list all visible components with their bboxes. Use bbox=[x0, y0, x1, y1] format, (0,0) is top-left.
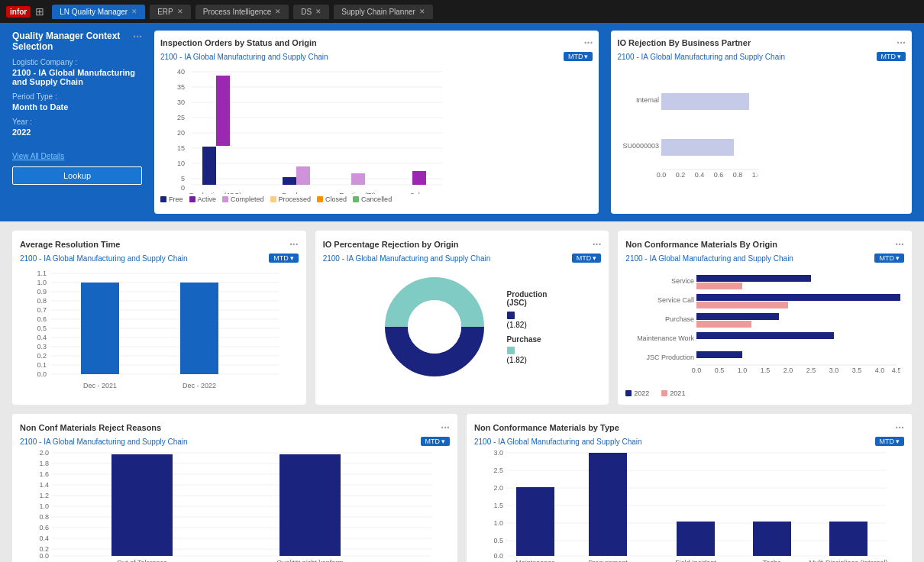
svg-text:Sales: Sales bbox=[410, 192, 428, 194]
non-conf-materials-menu[interactable]: ··· bbox=[895, 238, 904, 250]
tab-erp[interactable]: ERP ✕ bbox=[150, 5, 191, 19]
svg-text:0.8: 0.8 bbox=[37, 297, 47, 305]
avg-resolution-subtitle: 2100 - IA Global Manufacturing and Suppl… bbox=[20, 254, 188, 263]
svg-text:4.5: 4.5 bbox=[892, 367, 900, 374]
svg-text:1.5: 1.5 bbox=[761, 367, 771, 374]
logistic-company-label: Logistic Company : bbox=[12, 58, 142, 66]
svg-rect-134 bbox=[516, 487, 554, 556]
non-conf-type-mtd[interactable]: MTD ▾ bbox=[875, 437, 905, 446]
io-rejection-mtd[interactable]: MTD ▾ bbox=[877, 52, 906, 61]
close-icon[interactable]: ✕ bbox=[131, 8, 137, 15]
svg-text:0.5: 0.5 bbox=[37, 325, 47, 332]
svg-text:1.0: 1.0 bbox=[752, 171, 758, 179]
io-rejection-chart: Internal SU0000003 0.0 0.2 0.4 0.6 0.8 1… bbox=[617, 64, 758, 202]
non-conf-chart: Service Service Call Purchase Maintenanc… bbox=[625, 266, 900, 388]
svg-rect-140 bbox=[753, 522, 791, 556]
avg-resolution-title: Average Resolution Time bbox=[20, 240, 120, 249]
io-percentage-menu[interactable]: ··· bbox=[593, 238, 602, 250]
svg-text:0.6: 0.6 bbox=[39, 524, 49, 531]
svg-text:35: 35 bbox=[177, 83, 185, 91]
svg-rect-77 bbox=[696, 313, 779, 320]
svg-text:Purchase: Purchase bbox=[282, 192, 311, 194]
inspection-legend: Free Active Completed Processed Closed C… bbox=[160, 195, 593, 203]
io-percentage-content: Production(JSC) (1.82) Purchase (1.82) bbox=[323, 266, 602, 388]
reject-reasons-panel: Non Conf Materials Reject Reasons ··· 21… bbox=[12, 414, 457, 562]
svg-text:0.2: 0.2 bbox=[676, 171, 686, 179]
svg-text:0.4: 0.4 bbox=[37, 334, 47, 341]
non-conf-type-subtitle: 2100 - IA Global Manufacturing and Suppl… bbox=[474, 438, 642, 446]
svg-text:1.2: 1.2 bbox=[39, 492, 49, 499]
svg-text:0.0: 0.0 bbox=[692, 367, 702, 374]
logistic-company-value: 2100 - IA Global Manufacturing and Suppl… bbox=[12, 68, 142, 86]
view-all-link[interactable]: View All Details bbox=[12, 152, 142, 160]
svg-text:1.5: 1.5 bbox=[493, 502, 503, 509]
non-conf-materials-subtitle: 2100 - IA Global Manufacturing and Suppl… bbox=[625, 254, 793, 263]
lookup-button[interactable]: Lookup bbox=[12, 166, 142, 185]
reject-reasons-mtd[interactable]: MTD ▾ bbox=[421, 437, 451, 446]
io-percentage-mtd[interactable]: MTD ▾ bbox=[572, 254, 602, 263]
avg-resolution-panel: Average Resolution Time ··· 2100 - IA Gl… bbox=[12, 231, 306, 405]
tab-ln-quality[interactable]: LN Quality Manager ✕ bbox=[52, 5, 145, 19]
svg-text:JSC Production: JSC Production bbox=[647, 354, 695, 361]
context-title: Quality Manager Context Selection bbox=[12, 31, 133, 52]
svg-text:2.5: 2.5 bbox=[806, 367, 816, 374]
non-conf-type-panel: Non Conformance Materials by Type ··· 21… bbox=[467, 414, 912, 562]
tab-ds[interactable]: DS ✕ bbox=[293, 5, 329, 19]
non-conf-materials-panel: Non Conformance Materials By Origin ··· … bbox=[618, 231, 912, 405]
svg-text:1.1: 1.1 bbox=[37, 270, 47, 277]
svg-rect-64 bbox=[180, 283, 218, 374]
svg-text:Field Incident: Field Incident bbox=[675, 559, 716, 562]
svg-text:0.4: 0.4 bbox=[39, 535, 49, 542]
inspection-orders-mtd[interactable]: MTD ▾ bbox=[564, 52, 593, 61]
svg-rect-138 bbox=[677, 522, 715, 556]
svg-rect-71 bbox=[696, 275, 811, 282]
svg-text:0.4: 0.4 bbox=[695, 171, 705, 179]
close-icon[interactable]: ✕ bbox=[419, 8, 425, 15]
svg-text:Purchase: Purchase bbox=[665, 315, 694, 323]
tab-process[interactable]: Process Intelligence ✕ bbox=[195, 5, 289, 19]
svg-text:Routing (TI): Routing (TI) bbox=[339, 192, 376, 194]
non-conf-materials-mtd[interactable]: MTD ▾ bbox=[874, 254, 904, 263]
svg-text:25: 25 bbox=[177, 114, 185, 121]
grid-icon[interactable]: ⊞ bbox=[35, 5, 44, 18]
svg-rect-29 bbox=[661, 93, 749, 110]
non-conf-type-chart: 3.0 2.5 2.0 1.5 1.0 0.5 0.0 Maintenance … bbox=[474, 449, 902, 562]
io-rejection-menu[interactable]: ··· bbox=[897, 37, 906, 49]
svg-text:Out of Tolerance: Out of Tolerance bbox=[117, 559, 167, 562]
svg-text:Dec - 2022: Dec - 2022 bbox=[183, 382, 216, 389]
non-conf-type-menu[interactable]: ··· bbox=[895, 422, 904, 434]
io-percentage-title: IO Percentage Rejection by Origin bbox=[323, 240, 459, 249]
svg-text:1.0: 1.0 bbox=[738, 367, 748, 374]
svg-rect-80 bbox=[696, 332, 834, 339]
close-icon[interactable]: ✕ bbox=[275, 8, 281, 15]
svg-text:2.0: 2.0 bbox=[39, 449, 49, 457]
svg-text:SU0000003: SU0000003 bbox=[623, 142, 660, 150]
close-icon[interactable]: ✕ bbox=[315, 8, 321, 15]
avg-resolution-menu[interactable]: ··· bbox=[289, 238, 299, 250]
svg-rect-63 bbox=[81, 283, 119, 374]
context-menu-icon[interactable]: ··· bbox=[133, 31, 142, 52]
svg-text:2.0: 2.0 bbox=[493, 484, 503, 492]
close-icon[interactable]: ✕ bbox=[177, 8, 183, 15]
svg-text:1.6: 1.6 bbox=[39, 470, 49, 478]
svg-rect-136 bbox=[589, 453, 627, 556]
svg-text:Dec - 2021: Dec - 2021 bbox=[83, 382, 117, 389]
svg-text:4.0: 4.0 bbox=[875, 367, 885, 374]
svg-text:0: 0 bbox=[181, 184, 185, 192]
svg-text:Production (JSC): Production (JSC) bbox=[189, 192, 242, 194]
svg-text:3.5: 3.5 bbox=[852, 367, 862, 374]
svg-text:2.0: 2.0 bbox=[783, 367, 793, 374]
svg-text:1.4: 1.4 bbox=[39, 481, 49, 489]
svg-text:0.8: 0.8 bbox=[733, 171, 743, 179]
inspection-orders-menu[interactable]: ··· bbox=[584, 37, 593, 49]
svg-rect-72 bbox=[696, 283, 742, 289]
avg-resolution-mtd[interactable]: MTD ▾ bbox=[269, 254, 299, 263]
svg-text:Maintenance Work: Maintenance Work bbox=[637, 334, 694, 342]
reject-reasons-menu[interactable]: ··· bbox=[441, 422, 450, 434]
svg-text:0.5: 0.5 bbox=[715, 367, 725, 374]
tab-supply[interactable]: Supply Chain Planner ✕ bbox=[334, 5, 433, 19]
svg-rect-18 bbox=[202, 147, 216, 185]
svg-text:Qualität nicht konform: Qualität nicht konform bbox=[276, 559, 344, 562]
svg-text:0.0: 0.0 bbox=[657, 171, 667, 179]
inspection-orders-title: Inspection Orders by Status and Origin bbox=[160, 38, 317, 47]
